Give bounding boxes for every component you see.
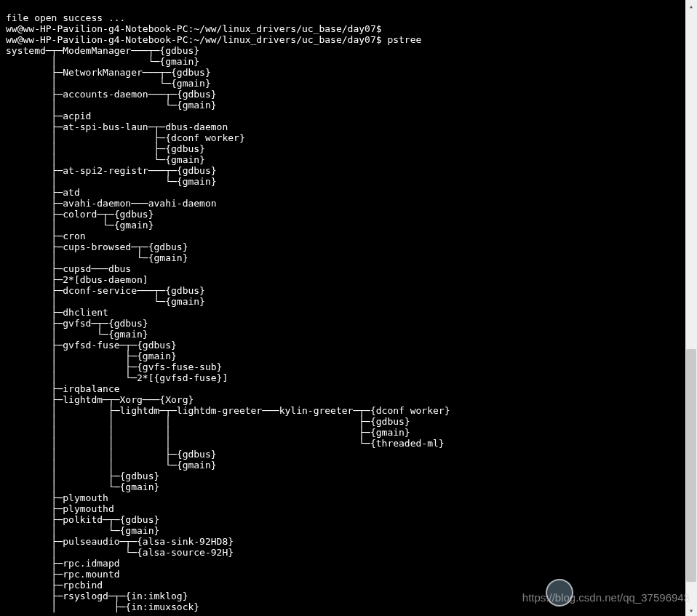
scroll-up-button[interactable]: ▴ [685,0,697,12]
scrollbar-thumb[interactable] [686,349,696,582]
chevron-down-icon: ▾ [689,605,693,616]
watermark-text: https://blog.csdn.net/qq_37596943 [522,592,690,603]
terminal-output[interactable]: file open success ... ww@ww-HP-Pavilion-… [6,12,450,612]
terminal-window: file open success ... ww@ww-HP-Pavilion-… [0,0,697,616]
vertical-scrollbar[interactable]: ▴ ▾ [685,0,697,616]
chevron-up-icon: ▴ [689,1,693,12]
scroll-down-button[interactable]: ▾ [685,604,697,616]
